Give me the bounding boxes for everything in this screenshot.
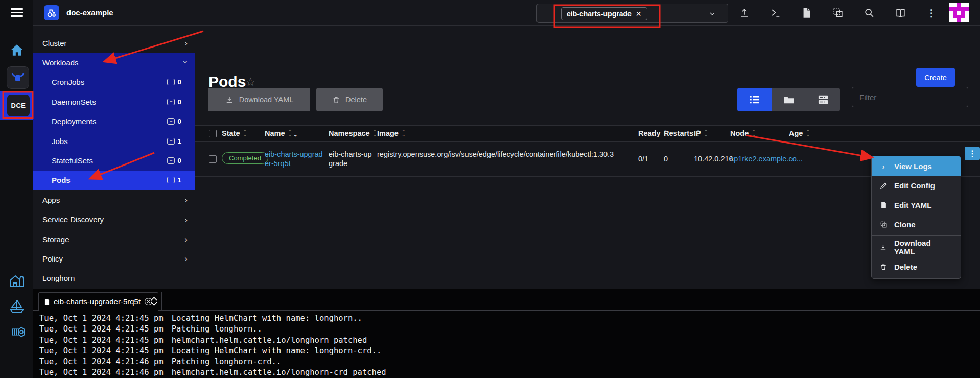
nav-group-storage[interactable]: Storage ›	[33, 229, 195, 249]
favorite-star-icon[interactable]: ☆	[245, 75, 256, 89]
trash-icon	[332, 96, 340, 104]
menu-item-clone[interactable]: Clone	[872, 215, 961, 234]
menu-item-view-logs[interactable]: › View Logs	[872, 156, 961, 176]
menu-item-edit-yaml[interactable]: Edit YAML	[872, 195, 961, 215]
clone-icon	[879, 221, 888, 228]
kebab-menu-icon[interactable]: ⋮	[925, 7, 938, 19]
resource-count: −1	[167, 176, 181, 184]
app-name: doc-example	[66, 8, 113, 17]
chevron-right-icon: ›	[184, 254, 188, 263]
nav-item-daemonsets[interactable]: DaemonSets −0	[33, 92, 195, 111]
download-icon	[225, 95, 234, 104]
log-tab[interactable]: eib-charts-upgrader-5rq5t	[38, 292, 158, 311]
nav-group-workloads-open: Workloads › CronJobs −0 DaemonSets −0 De…	[33, 53, 195, 190]
chevron-right-icon: ›	[184, 235, 188, 244]
bull-icon	[11, 72, 25, 84]
docs-book-icon[interactable]	[894, 7, 906, 19]
namespace-filter-tag-label: eib-charts-upgrade	[567, 10, 632, 18]
log-line: Tue, Oct 1 2024 4:21:46 pmhelmchart.helm…	[39, 367, 386, 378]
col-header-image[interactable]: Image⌃⌄	[377, 129, 405, 137]
col-header-age[interactable]: Age⌃⌄	[789, 129, 810, 137]
restarts-cell: 0	[664, 155, 668, 163]
node-link[interactable]: cp1rke2.example.co...	[730, 155, 803, 163]
copy-resource-icon[interactable]	[832, 7, 844, 19]
nav-item-pods-selected[interactable]: Pods −1	[33, 171, 195, 190]
fleet-wheel-icon[interactable]	[9, 326, 26, 338]
col-header-ip[interactable]: IP⌃⌄	[694, 129, 708, 137]
col-header-namespace[interactable]: Namespace⌃⌄	[329, 129, 377, 137]
table-row: Completed eib-charts-upgrader-5rq5t eib-…	[195, 142, 980, 177]
col-header-state[interactable]: State⌃⌄	[222, 129, 247, 137]
nav-group-workloads[interactable]: Workloads ›	[33, 53, 195, 72]
cluster-logo[interactable]	[44, 5, 59, 20]
list-icon	[749, 95, 760, 104]
folder-icon	[783, 95, 795, 104]
user-avatar[interactable]	[949, 3, 969, 22]
resource-count: −0	[167, 98, 181, 106]
panel-expand-collapse-icon[interactable]	[147, 292, 162, 311]
image-cell: registry.opensuse.org/isv/suse/edge/life…	[377, 150, 634, 159]
nav-item-deployments[interactable]: Deployments −0	[33, 112, 195, 131]
chevron-down-icon[interactable]	[708, 10, 716, 18]
nav-item-jobs[interactable]: Jobs −1	[33, 131, 195, 151]
ready-cell: 0/1	[638, 155, 648, 163]
menu-item-delete[interactable]: Delete	[872, 257, 961, 276]
nav-group-longhorn[interactable]: Longhorn	[33, 269, 195, 288]
active-cluster-strip: DCE	[0, 91, 33, 120]
col-header-ready[interactable]: Ready⌃⌄	[638, 129, 667, 137]
tractor-icon	[46, 7, 57, 18]
namespace-tag-clear-icon[interactable]: ✕	[636, 10, 642, 18]
chevron-down-icon: ›	[182, 60, 191, 63]
row-checkbox[interactable]	[209, 155, 217, 163]
list-view-button[interactable]	[737, 88, 772, 111]
cluster-switcher-button[interactable]	[7, 66, 29, 89]
hamburger-menu-icon[interactable]	[11, 8, 23, 17]
chevron-right-icon: ›	[879, 162, 888, 171]
chevron-right-icon: ›	[184, 215, 188, 224]
delete-button[interactable]: Delete	[316, 88, 383, 111]
log-line: Tue, Oct 1 2024 4:21:45 pmLocating HelmC…	[39, 346, 386, 357]
home-icon[interactable]	[10, 44, 24, 56]
pod-name-link[interactable]: eib-charts-upgrader-5rq5t	[265, 150, 325, 168]
rail-divider	[7, 364, 27, 364]
nav-item-cronjobs[interactable]: CronJobs −0	[33, 73, 195, 92]
nav-group-service-discovery[interactable]: Service Discovery ›	[33, 210, 195, 229]
col-header-node[interactable]: Node⌃⌄	[730, 129, 756, 137]
create-button[interactable]: Create	[916, 68, 955, 87]
cluster-badge-dce[interactable]: DCE	[7, 94, 30, 116]
nav-item-statefulsets[interactable]: StatefulSets −0	[33, 151, 195, 170]
row-actions-button-active[interactable]: ⋮	[965, 147, 980, 160]
pencil-icon	[879, 182, 888, 190]
node-view-button[interactable]	[806, 88, 840, 111]
nav-group-cluster[interactable]: Cluster ›	[33, 33, 195, 53]
folder-view-button[interactable]	[772, 88, 806, 111]
col-header-name[interactable]: Name⌃⌄⌄	[265, 129, 297, 137]
resource-count: −0	[167, 157, 181, 164]
namespace-filter-select[interactable]: eib-charts-upgrade ✕	[536, 4, 728, 23]
nav-group-policy[interactable]: Policy ›	[33, 249, 195, 268]
cluster-nav-sidebar: Cluster › Workloads › CronJobs −0 Daemon…	[33, 26, 195, 289]
state-badge: Completed	[222, 152, 268, 164]
table-header: State⌃⌄ Name⌃⌄⌄ Namespace⌃⌄ Image⌃⌄ Read…	[195, 125, 980, 142]
search-icon[interactable]	[863, 7, 875, 19]
namespace-filter-tag[interactable]: eib-charts-upgrade ✕	[561, 7, 647, 20]
download-yaml-button[interactable]: Download YAML	[208, 88, 310, 111]
select-all-checkbox[interactable]	[209, 130, 217, 137]
log-line: Tue, Oct 1 2024 4:21:46 pmPatching longh…	[39, 357, 386, 367]
import-yaml-icon[interactable]	[738, 7, 751, 19]
log-tab-bar: eib-charts-upgrader-5rq5t	[33, 289, 980, 311]
file-icon	[44, 298, 50, 305]
menu-item-download-yaml[interactable]: Download YAML	[872, 238, 961, 257]
file-icon	[879, 201, 888, 209]
nav-list: Cluster › Workloads › CronJobs −0 Daemon…	[33, 26, 195, 288]
row-context-menu: › View Logs Edit Config Edit YAML Clone	[871, 156, 961, 279]
sailboat-icon[interactable]	[9, 299, 25, 314]
filter-input[interactable]	[852, 87, 968, 107]
nav-group-apps[interactable]: Apps ›	[33, 190, 195, 209]
kubectl-shell-icon[interactable]	[769, 7, 782, 19]
left-rail: DCE	[0, 26, 33, 378]
menu-item-edit-config[interactable]: Edit Config	[872, 176, 961, 195]
resource-count: −0	[167, 117, 181, 125]
file-icon[interactable]	[801, 7, 813, 19]
barn-icon[interactable]	[9, 273, 25, 288]
